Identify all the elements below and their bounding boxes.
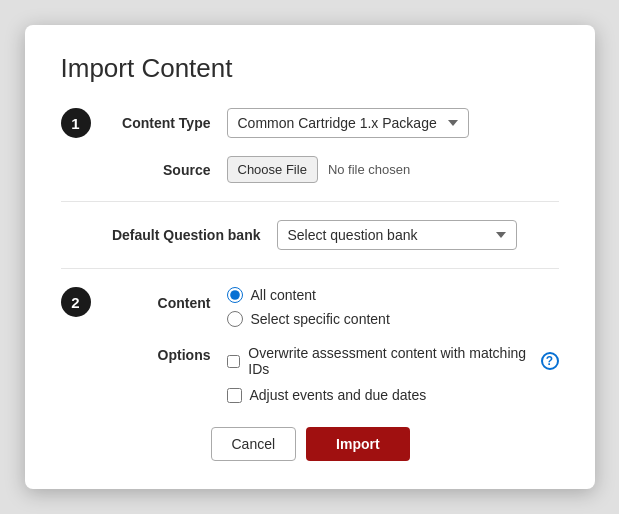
options-label: Options [101, 345, 211, 363]
help-icon[interactable]: ? [541, 352, 559, 370]
radio-select-specific-label: Select specific content [251, 311, 390, 327]
divider2 [61, 268, 559, 269]
divider1 [61, 201, 559, 202]
source-row: Source Choose File No file chosen [61, 156, 559, 183]
cancel-button[interactable]: Cancel [211, 427, 297, 461]
options-checkbox-group: Overwrite assessment content with matchi… [227, 345, 559, 403]
checkbox-adjust-dates-label: Adjust events and due dates [250, 387, 427, 403]
question-bank-label: Default Question bank [101, 227, 261, 243]
dialog-title: Import Content [61, 53, 559, 84]
file-input-area: Choose File No file chosen [227, 156, 411, 183]
radio-all-content[interactable]: All content [227, 287, 390, 303]
import-dialog: Import Content 1 Content Type Common Car… [25, 25, 595, 489]
step1-badge: 1 [61, 108, 91, 138]
checkbox-overwrite[interactable]: Overwrite assessment content with matchi… [227, 345, 559, 377]
radio-all-content-label: All content [251, 287, 316, 303]
checkbox-adjust-dates-input[interactable] [227, 388, 242, 403]
radio-select-specific[interactable]: Select specific content [227, 311, 390, 327]
no-file-text: No file chosen [328, 162, 410, 177]
question-bank-row: Default Question bank Select question ba… [61, 220, 559, 250]
radio-all-content-input[interactable] [227, 287, 243, 303]
content-radio-group: All content Select specific content [227, 287, 390, 327]
radio-select-specific-input[interactable] [227, 311, 243, 327]
import-button[interactable]: Import [306, 427, 410, 461]
question-bank-select[interactable]: Select question bank [277, 220, 517, 250]
source-label: Source [101, 162, 211, 178]
checkbox-overwrite-input[interactable] [227, 354, 241, 369]
checkbox-adjust-dates[interactable]: Adjust events and due dates [227, 387, 559, 403]
options-section: Options Overwrite assessment content wit… [61, 345, 559, 403]
checkbox-overwrite-label: Overwrite assessment content with matchi… [248, 345, 526, 377]
content-type-select[interactable]: Common Cartridge 1.x Package Common Cart… [227, 108, 469, 138]
step2-badge-label: 2 Content [61, 287, 227, 317]
step2-badge: 2 [61, 287, 91, 317]
content-label: Content [101, 293, 211, 311]
content-type-row: 1 Content Type Common Cartridge 1.x Pack… [61, 108, 559, 138]
button-row: Cancel Import [211, 427, 559, 461]
choose-file-button[interactable]: Choose File [227, 156, 318, 183]
content-type-label: Content Type [101, 115, 211, 131]
content-section: 2 Content All content Select specific co… [61, 287, 559, 327]
